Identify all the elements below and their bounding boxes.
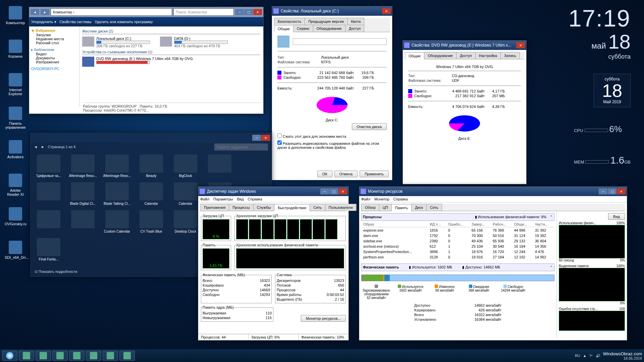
nav-item[interactable]: Рабочий стол	[36, 41, 77, 45]
desktop-icon[interactable]: Панель управления	[5, 107, 26, 129]
taskbar-app[interactable]	[119, 351, 135, 361]
search-input[interactable]: Поиск: Компьютер	[173, 8, 234, 16]
page-next[interactable]: ►	[41, 145, 45, 149]
taskbar[interactable]: RU ▲ 🏳 🔊 WindowsObraz.com18.05.2019	[0, 349, 644, 362]
nav-item[interactable]: Изображения	[36, 60, 77, 64]
menu-item[interactable]: Монитор	[374, 197, 389, 201]
minimize-button[interactable]: ─	[320, 188, 329, 194]
tab[interactable]: Память	[391, 204, 412, 211]
table-row[interactable]: sidebar.exe2380049 43665 93629 13236 804	[362, 239, 554, 243]
compress-checkbox[interactable]	[277, 133, 282, 138]
tray-icon[interactable]: 🔊	[596, 354, 600, 358]
tray-icon[interactable]: ▲	[583, 354, 587, 358]
gadget-item[interactable]: Calendar	[137, 182, 166, 205]
tab[interactable]: Сеть	[310, 204, 325, 211]
gadget-item[interactable]: Custom Calendar	[102, 210, 132, 233]
tab[interactable]: Обзор	[361, 204, 379, 211]
tab[interactable]: ЦП	[379, 204, 392, 211]
gadget-search[interactable]	[214, 143, 268, 150]
gadget-item[interactable]: Blade Digital Cl...	[68, 182, 98, 205]
close-button[interactable]: ✕	[253, 9, 262, 15]
tab[interactable]: Пользователи	[325, 204, 357, 211]
tab[interactable]: Квота	[347, 18, 364, 25]
desktop-icon[interactable]: Adobe Reader XI	[5, 174, 26, 196]
collapse-icon[interactable]: ⌃	[550, 265, 553, 269]
gadget-item[interactable]: BigClock	[171, 155, 200, 178]
maximize-button[interactable]: ▢	[329, 188, 338, 194]
tab[interactable]: Службы	[253, 204, 275, 211]
tab[interactable]: Диск	[411, 204, 427, 211]
gadget-item[interactable]	[34, 182, 63, 205]
table-row[interactable]: perfmon.exe3128018 91627 18412 19214 992	[362, 255, 554, 259]
close-button[interactable]: ✕	[261, 135, 270, 141]
lang-indicator[interactable]: RU	[575, 354, 580, 358]
toolbar-organize[interactable]: Упорядочить ▾	[31, 20, 56, 24]
drive-dvd[interactable]: DVD RW дисковод (E:) Windows 7 Ultim x64…	[82, 57, 261, 67]
maximize-button[interactable]: ▢	[244, 9, 253, 15]
tab[interactable]: Приложения	[200, 204, 229, 211]
tab[interactable]: Настройка	[475, 52, 501, 59]
desktop-icon[interactable]: Internet Explorer	[5, 73, 26, 96]
tab[interactable]: Быстродействие	[274, 204, 310, 211]
close-button[interactable]: ✕	[338, 188, 347, 194]
minimize-button[interactable]: ─	[252, 135, 261, 141]
disk-cleanup-button[interactable]: Очистка диска	[352, 123, 387, 130]
nav-item[interactable]: Загрузки	[36, 33, 77, 37]
address-bar[interactable]: Компьютер ›	[51, 8, 172, 16]
resource-monitor-button[interactable]: Монитор ресурсов...	[301, 315, 346, 322]
index-checkbox[interactable]	[277, 140, 282, 145]
start-button[interactable]	[2, 351, 17, 361]
desktop-icon[interactable]: Компьютер	[5, 6, 26, 25]
gadget-item[interactable]	[205, 155, 234, 178]
gadget-item[interactable]: CV Trash Blue	[137, 210, 166, 233]
desktop-icon[interactable]: Activators	[5, 140, 26, 159]
nav-item[interactable]: Недавние места	[36, 37, 77, 41]
gadget-item[interactable]: Final Fanta...	[34, 238, 63, 261]
taskbar-app[interactable]	[52, 351, 68, 361]
tab[interactable]: Доступ	[345, 25, 365, 32]
gadget-item[interactable]: Afterimage Reso...	[102, 155, 132, 178]
page-prev[interactable]: ◄	[34, 145, 38, 149]
taskbar-app[interactable]	[36, 351, 51, 361]
props-e-window[interactable]: Свойства: DVD RW дисковод (E:) Windows 7…	[402, 40, 527, 184]
tab[interactable]: Общие	[405, 52, 424, 59]
taskbar-app[interactable]	[86, 351, 101, 361]
nav-pane[interactable]: ★ Избранное ЗагрузкиНедавние местаРабочи…	[29, 26, 79, 107]
table-row[interactable]: SystemPropertiesProtection...3896118 976…	[362, 249, 554, 254]
explorer-window[interactable]: ◄ ► Компьютер › Поиск: Компьютер ─▢✕ Упо…	[29, 7, 264, 114]
minimize-button[interactable]: ─	[235, 9, 244, 15]
drive-c[interactable]: Локальный диск (C:)208 ГБ свободно из 22…	[82, 37, 150, 48]
gadget-item[interactable]	[68, 210, 98, 233]
taskmgr-window[interactable]: Диспетчер задач Windows─▢✕ ФайлПараметры…	[198, 186, 349, 341]
volume-name-input[interactable]	[293, 38, 387, 45]
table-row[interactable]: dwm.exe1792070 30050 51631 12419 392	[362, 233, 554, 238]
menu-item[interactable]: Справка	[393, 197, 408, 201]
cancel-button[interactable]: Отмена	[334, 171, 358, 177]
desktop-icon[interactable]: Корзина	[5, 40, 26, 58]
desktop-icon[interactable]: SDI_x64_Dri...	[5, 241, 26, 259]
minimize-button[interactable]: ─	[599, 188, 607, 194]
tab[interactable]: Оборудование	[424, 52, 457, 59]
gadget-item[interactable]: Beauty	[137, 155, 166, 178]
collapse-icon[interactable]: ⌃	[550, 215, 553, 219]
menu-item[interactable]: Справка	[248, 197, 262, 201]
nav-fwd[interactable]: ►	[41, 9, 49, 15]
tab[interactable]: Предыдущие версии	[305, 18, 347, 25]
toolbar-sysprops[interactable]: Свойства системы	[60, 20, 92, 24]
desktop-icon[interactable]: OVGorskiy.ru	[5, 207, 26, 226]
gadget-item[interactable]: 'Цифровые ча...	[34, 155, 63, 178]
tab[interactable]: Доступ	[456, 52, 476, 59]
close-button[interactable]: ✕	[617, 188, 626, 194]
props-c-window[interactable]: Свойства: Локальный диск (C:)✕ Безопасно…	[272, 6, 392, 180]
ok-button[interactable]: ОК	[317, 171, 332, 177]
taskbar-app[interactable]	[19, 351, 34, 361]
menu-item[interactable]: Вид	[237, 197, 244, 201]
close-button[interactable]: ✕	[382, 8, 391, 14]
resmon-window[interactable]: Монитор ресурсов─▢✕ ФайлМониторСправка О…	[359, 186, 627, 341]
tab[interactable]: Сервис	[293, 25, 313, 32]
nav-item[interactable]: Видео	[36, 52, 77, 56]
taskbar-app[interactable]	[103, 351, 118, 361]
gadget-item[interactable]: Desktop Clock	[171, 210, 200, 233]
tab[interactable]: Безопасность	[274, 18, 305, 25]
table-row[interactable]: svchost.exe (netsvcs)612125 10430 54016 …	[362, 244, 554, 249]
